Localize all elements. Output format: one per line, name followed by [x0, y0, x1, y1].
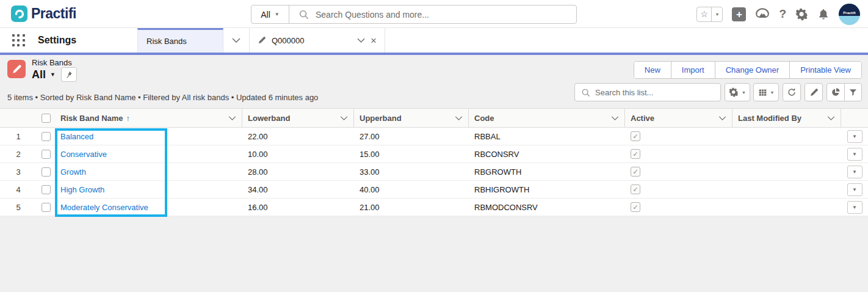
favorites-control: ☆ ▼ [696, 7, 723, 22]
row-actions-button[interactable]: ▼ [847, 130, 863, 143]
code-cell: RBMODCONSRV [469, 199, 625, 216]
chevron-down-icon[interactable] [455, 116, 463, 120]
risk-band-name-link[interactable]: Growth [60, 167, 86, 177]
chevron-down-icon[interactable] [228, 116, 236, 120]
table-body: 1 Balanced 22.00 27.00 RBBAL ✓ ▼ 2 Conse… [0, 128, 868, 216]
list-search-input[interactable] [595, 88, 720, 97]
last-modified-by-cell [732, 163, 841, 180]
row-actions-button[interactable]: ▼ [847, 201, 863, 214]
global-search-input[interactable] [316, 10, 576, 20]
notifications-bell-icon[interactable] [817, 8, 830, 21]
row-actions-button[interactable]: ▼ [847, 166, 863, 178]
column-header-upperband[interactable]: Upperband [354, 109, 469, 127]
favorites-caret-icon[interactable]: ▼ [711, 7, 722, 21]
pin-list-view-button[interactable] [61, 67, 77, 82]
upperband-cell: 21.00 [354, 199, 469, 216]
chart-filter-group [826, 83, 862, 101]
caret-down-icon: ▼ [852, 169, 857, 175]
lowerband-cell: 16.00 [242, 199, 354, 216]
trailhead-icon[interactable] [755, 7, 770, 21]
row-number: 2 [0, 145, 37, 162]
risk-band-name-link[interactable]: Moderately Conservative [60, 203, 148, 212]
help-icon[interactable]: ? [779, 7, 786, 21]
risk-band-name-link[interactable]: Conservative [60, 150, 107, 159]
column-header-code[interactable]: Code [469, 109, 625, 127]
user-avatar[interactable]: Practifi [839, 4, 860, 25]
refresh-button[interactable] [783, 83, 801, 101]
code-cell: RBGROWTH [469, 163, 625, 180]
tab-risk-bands[interactable]: Risk Bands [137, 28, 223, 53]
chevron-down-icon[interactable] [718, 116, 726, 120]
row-number: 4 [0, 181, 37, 198]
display-as-button[interactable]: ▼ [753, 83, 779, 101]
sort-ascending-icon: ↑ [126, 114, 131, 123]
filter-button[interactable] [844, 84, 862, 101]
inline-edit-button[interactable] [805, 83, 823, 101]
avatar-label: Practifi [843, 11, 855, 16]
tab-risk-bands-menu[interactable] [223, 28, 250, 53]
lowerband-cell: 22.00 [242, 128, 354, 145]
code-cell: RBCONSRV [469, 145, 625, 162]
object-label: Risk Bands [32, 58, 72, 67]
navigation-bar: Settings Risk Bands Q000000 × [0, 28, 868, 53]
risk-band-name-link[interactable]: High Growth [60, 185, 104, 194]
column-header-risk-band-name[interactable]: Risk Band Name ↑ [55, 109, 242, 127]
select-all-checkbox[interactable] [42, 114, 51, 123]
chevron-down-icon[interactable] [827, 116, 835, 120]
active-checkbox: ✓ [631, 167, 640, 177]
gear-icon [729, 87, 739, 97]
caret-down-icon: ▼ [742, 90, 746, 95]
new-button[interactable]: New [634, 62, 671, 78]
column-header-last-modified-by[interactable]: Last Modified By [732, 109, 841, 127]
row-number: 1 [0, 128, 37, 145]
global-actions-button[interactable]: + [732, 7, 746, 21]
table-row: 2 Conservative 10.00 15.00 RBCONSRV ✓ ▼ [0, 145, 868, 163]
row-checkbox[interactable] [42, 167, 51, 177]
practifi-logo: Practifi [11, 5, 76, 22]
pin-icon [65, 71, 73, 79]
caret-down-icon: ▼ [852, 134, 857, 139]
code-cell: RBHIGROWTH [469, 181, 625, 198]
refresh-icon [787, 87, 797, 97]
column-header-active[interactable]: Active [625, 109, 732, 127]
lowerband-cell: 34.00 [242, 181, 354, 198]
tab-q000000-label: Q000000 [272, 36, 305, 45]
row-checkbox[interactable] [42, 185, 51, 194]
close-tab-icon[interactable]: × [371, 35, 377, 46]
charts-button[interactable] [827, 84, 844, 101]
caret-down-icon: ▼ [852, 187, 857, 192]
column-header-lowerband[interactable]: Lowerband [242, 109, 354, 127]
list-settings-button[interactable]: ▼ [725, 83, 750, 101]
row-number: 3 [0, 163, 37, 180]
printable-view-button[interactable]: Printable View [789, 62, 861, 78]
row-actions-button[interactable]: ▼ [847, 183, 863, 196]
active-checkbox: ✓ [631, 202, 640, 212]
caret-down-icon: ▼ [275, 12, 280, 17]
list-view-selector[interactable]: All ▼ [32, 68, 56, 81]
risk-band-name-link[interactable]: Balanced [60, 132, 93, 141]
table-display-icon [758, 88, 767, 97]
change-owner-button[interactable]: Change Owner [715, 62, 789, 78]
search-scope-selector[interactable]: All ▼ [251, 5, 289, 23]
global-search-bar: All ▼ [251, 5, 577, 24]
table-row: 1 Balanced 22.00 27.00 RBBAL ✓ ▼ [0, 128, 868, 145]
row-actions-button[interactable]: ▼ [847, 148, 863, 161]
app-name: Settings [38, 28, 76, 53]
search-icon [298, 9, 309, 20]
favorite-star-icon[interactable]: ☆ [697, 7, 711, 21]
app-launcher-icon[interactable] [12, 34, 26, 47]
import-button[interactable]: Import [671, 62, 715, 78]
chevron-down-icon[interactable] [340, 116, 348, 120]
setup-gear-icon[interactable] [795, 8, 808, 21]
tab-q000000[interactable]: Q000000 × [250, 28, 385, 53]
row-number: 5 [0, 199, 37, 216]
chevron-down-icon[interactable] [611, 116, 619, 120]
chevron-down-icon[interactable] [357, 38, 365, 43]
upperband-cell: 27.00 [354, 128, 469, 145]
table-row: 4 High Growth 34.00 40.00 RBHIGROWTH ✓ ▼ [0, 181, 868, 199]
caret-down-icon: ▼ [770, 90, 775, 95]
row-checkbox[interactable] [42, 132, 51, 141]
row-checkbox[interactable] [42, 203, 51, 212]
row-checkbox[interactable] [42, 150, 51, 159]
risk-bands-table: Risk Band Name ↑ Lowerband Upperband Cod… [0, 108, 868, 216]
